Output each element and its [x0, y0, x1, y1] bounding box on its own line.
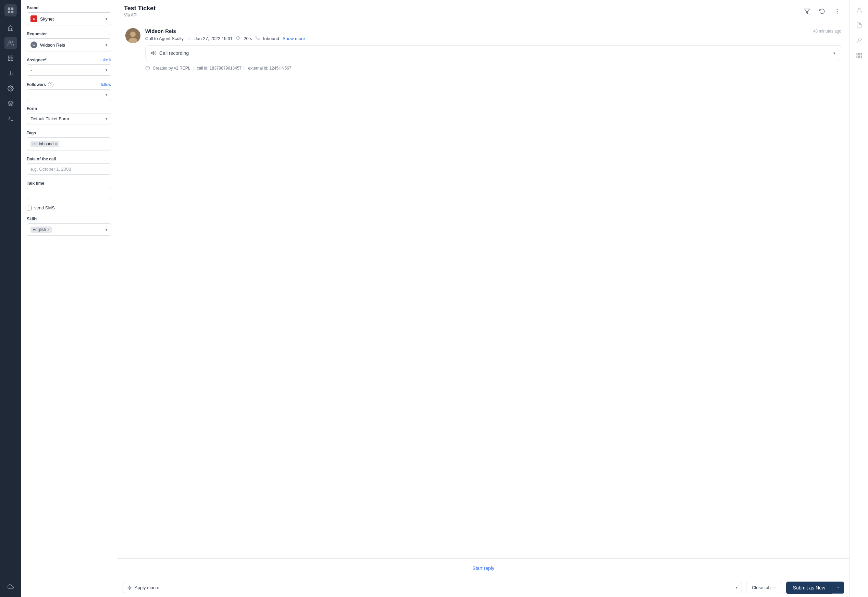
brand-icon: S — [31, 15, 37, 22]
talk-time-field: Talk time — [27, 181, 111, 199]
apply-macro-area[interactable]: Apply macro ▾ — [123, 582, 742, 593]
skill-chip-english: English × — [31, 227, 52, 233]
take-it-link[interactable]: take it — [100, 58, 111, 62]
more-options-icon-btn[interactable] — [832, 6, 843, 17]
close-tab-button[interactable]: Close tab — [747, 582, 782, 593]
tags-container[interactable]: cti_inbound × — [27, 137, 111, 150]
brand-select[interactable]: S Skynet ▾ — [27, 12, 111, 25]
date-of-call-field: Date of the call — [27, 157, 111, 175]
talk-time-label: Talk time — [27, 181, 111, 186]
svg-rect-3 — [11, 10, 13, 13]
svg-marker-14 — [804, 9, 810, 14]
svg-rect-0 — [8, 7, 10, 10]
history-icon-btn[interactable] — [817, 6, 828, 17]
users-icon[interactable] — [4, 37, 17, 49]
ticket-subtitle: Via API — [124, 13, 156, 18]
app-logo[interactable] — [4, 4, 17, 16]
svg-rect-29 — [859, 53, 861, 55]
send-sms-field: send SMS — [27, 205, 111, 211]
svg-rect-31 — [859, 56, 861, 58]
follow-link[interactable]: follow — [101, 82, 111, 87]
message-meta: Call to Agent Scully Jan 27, 2022 15:31 … — [145, 36, 841, 41]
home-icon[interactable] — [4, 22, 17, 34]
meta-sep-2 — [236, 36, 240, 41]
puzzle-icon[interactable] — [4, 97, 17, 110]
skill-remove-english[interactable]: × — [47, 227, 49, 232]
call-recording-label: Call recording — [159, 50, 189, 56]
submit-button-group: Submit as New — [786, 582, 844, 594]
show-more-link[interactable]: Show more — [283, 36, 305, 41]
ticket-title: Test Ticket — [124, 5, 156, 12]
macro-label: Apply macro — [135, 585, 733, 590]
ticket-header: Test Ticket Via API — [117, 0, 850, 21]
assignee-select[interactable]: - ▾ — [27, 64, 111, 76]
user-profile-icon[interactable] — [853, 4, 865, 16]
brand-field: Brand S Skynet ▾ — [27, 6, 111, 25]
tags-field: Tags cti_inbound × — [27, 131, 111, 150]
bottom-bar: Apply macro ▾ Close tab Submit as New — [117, 578, 850, 597]
recording-left: Call recording — [151, 50, 189, 56]
svg-rect-6 — [11, 56, 13, 58]
document-icon[interactable] — [853, 19, 865, 31]
svg-marker-26 — [128, 586, 132, 590]
svg-marker-22 — [151, 51, 154, 55]
requester-avatar: W — [31, 42, 37, 48]
date-of-call-input[interactable] — [27, 163, 111, 175]
followers-hint-icon: ? — [48, 82, 53, 88]
talk-time-input[interactable] — [27, 188, 111, 199]
chart-icon[interactable] — [4, 67, 17, 80]
form-field: Form Default Ticket Form ▾ — [27, 106, 111, 125]
call-date-text: Jan 27, 2022 15:31 — [194, 36, 233, 41]
apps-grid-icon[interactable] — [853, 49, 865, 62]
pipe-1: | — [193, 66, 194, 71]
close-tab-button-group: Close tab — [746, 582, 782, 593]
recording-chevron-icon: ▾ — [833, 51, 835, 55]
macro-icon — [127, 585, 132, 590]
assignee-chevron-icon: ▾ — [105, 68, 108, 72]
tag-remove-cti-inbound[interactable]: × — [55, 142, 57, 146]
brand-chevron-icon: ▾ — [105, 17, 108, 21]
submit-as-new-button[interactable]: Submit as New — [786, 582, 832, 594]
terminal-icon[interactable] — [4, 113, 17, 125]
date-of-call-label: Date of the call — [27, 157, 111, 162]
settings-icon[interactable] — [4, 82, 17, 95]
assignee-label: Assignee* take it — [27, 58, 111, 62]
svg-rect-28 — [857, 53, 858, 55]
conversation-area: Widson Reis 48 minutes ago Call to Agent… — [117, 21, 850, 558]
form-select[interactable]: Default Ticket Form ▾ — [27, 113, 111, 125]
send-sms-checkbox[interactable] — [27, 206, 31, 211]
call-to-text: Call to Agent Scully — [145, 36, 184, 41]
form-label: Form — [27, 106, 111, 111]
message-content: Widson Reis 48 minutes ago Call to Agent… — [145, 28, 841, 71]
svg-rect-2 — [8, 10, 10, 13]
start-reply-button[interactable]: Start reply — [117, 558, 850, 578]
followers-select[interactable]: ▾ — [27, 89, 111, 100]
svg-rect-7 — [8, 59, 10, 61]
filter-icon-btn[interactable] — [801, 6, 813, 17]
call-recording-box[interactable]: Call recording ▾ — [145, 45, 841, 61]
skills-select[interactable]: English × ▾ — [27, 223, 111, 236]
cloud-icon[interactable] — [4, 581, 17, 593]
svg-point-16 — [837, 11, 837, 12]
left-nav — [0, 0, 21, 597]
svg-rect-30 — [857, 56, 858, 58]
requester-field: Requester W Widson Reis ▾ — [27, 31, 111, 51]
call-duration-text: 20 s — [244, 36, 252, 41]
call-id-text: call id: 18379879613457 — [197, 66, 242, 71]
followers-label: Followers ? follow — [27, 82, 111, 88]
magic-wand-icon[interactable] — [853, 34, 865, 47]
svg-point-27 — [858, 8, 860, 10]
message-top: Widson Reis 48 minutes ago — [145, 28, 841, 34]
skills-field: Skills English × ▾ — [27, 217, 111, 236]
svg-point-12 — [10, 88, 12, 89]
grid-icon[interactable] — [4, 52, 17, 64]
submit-chevron-icon — [837, 586, 840, 589]
svg-rect-1 — [11, 7, 13, 10]
skills-chevron-icon: ▾ — [105, 227, 108, 232]
requester-select[interactable]: W Widson Reis ▾ — [27, 39, 111, 51]
svg-rect-5 — [8, 56, 10, 58]
sender-name: Widson Reis — [145, 28, 176, 34]
reply-area: Start reply — [117, 558, 850, 578]
svg-point-19 — [130, 31, 136, 37]
submit-dropdown-button[interactable] — [832, 582, 844, 594]
